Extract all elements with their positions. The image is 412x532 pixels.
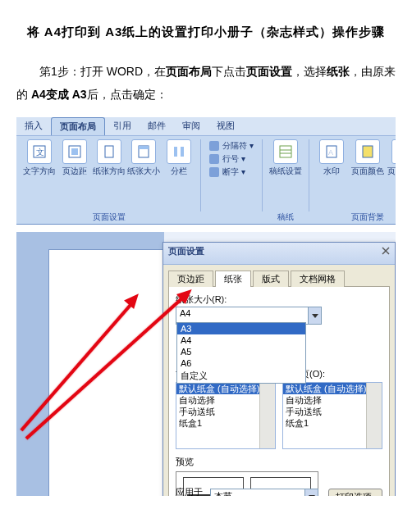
dialog-pane: 纸张大小(R): A4 A3 A4 A5 A6 自定义 首页(F): 默认纸盒 … bbox=[168, 287, 390, 496]
dialog-tab-layout[interactable]: 版式 bbox=[253, 271, 289, 287]
preview-label: 预览 bbox=[176, 456, 382, 468]
option-custom[interactable]: 自定义 bbox=[177, 369, 305, 383]
svg-rect-14 bbox=[363, 146, 373, 157]
option-a3[interactable]: A3 bbox=[177, 323, 305, 334]
group-note-label: 稿纸 bbox=[263, 211, 309, 223]
svg-rect-8 bbox=[181, 147, 184, 157]
option-a4[interactable]: A4 bbox=[177, 334, 305, 346]
paper-size-label: 纸张大小(R): bbox=[176, 293, 382, 306]
option-a6[interactable]: A6 bbox=[177, 357, 305, 369]
tab-review[interactable]: 审阅 bbox=[174, 117, 208, 135]
svg-text:A: A bbox=[328, 148, 333, 157]
svg-rect-9 bbox=[280, 146, 291, 157]
other-page-source-list[interactable]: 默认纸盒 (自动选择) 自动选择 手动送纸 纸盒1 bbox=[282, 382, 382, 449]
ribbon: 插入 页面布局 引用 邮件 审阅 视图 文文字方向 页边距 纸张方向 纸张大小 … bbox=[16, 117, 396, 225]
tab-view[interactable]: 视图 bbox=[208, 117, 243, 135]
doc-title: 将 A4打印到 A3纸上的设置打印小册子（杂志样式）操作步骤 bbox=[16, 25, 396, 40]
btn-paper-size[interactable]: 纸张大小 bbox=[127, 139, 160, 177]
group-page-setup-label: 页面设置 bbox=[18, 211, 200, 223]
document-canvas bbox=[16, 232, 164, 496]
ribbon-tabs: 插入 页面布局 引用 邮件 审阅 视图 bbox=[16, 117, 396, 136]
btn-line-numbers[interactable]: 行号 ▾ bbox=[206, 152, 257, 166]
paper-size-combo[interactable]: A4 A3 A4 A5 A6 自定义 bbox=[176, 307, 322, 325]
svg-rect-7 bbox=[174, 147, 177, 157]
scrollbar[interactable] bbox=[366, 383, 382, 448]
apply-to-label: 应用于(Y): bbox=[176, 486, 205, 496]
btn-watermark[interactable]: A水印 bbox=[314, 139, 349, 177]
option-a5[interactable]: A5 bbox=[177, 346, 305, 357]
btn-hyphenation[interactable]: 断字 ▾ bbox=[206, 166, 257, 179]
group-background-label: 页面背景 bbox=[309, 211, 396, 223]
svg-rect-4 bbox=[105, 146, 113, 157]
btn-page-color[interactable]: 页面颜色 bbox=[350, 139, 385, 177]
dialog-tab-margins[interactable]: 页边距 bbox=[168, 271, 213, 287]
btn-text-direction[interactable]: 文文字方向 bbox=[23, 139, 56, 177]
svg-text:文: 文 bbox=[36, 148, 44, 157]
dialog-tabs: 页边距 纸张 版式 文档网格 bbox=[168, 270, 390, 287]
scrollbar[interactable] bbox=[259, 383, 275, 448]
tab-mailings[interactable]: 邮件 bbox=[140, 117, 174, 135]
page-setup-dialog: 页面设置 页边距 纸张 版式 文档网格 纸张大小(R): A4 A3 A4 A5… bbox=[163, 242, 396, 496]
paper-size-dropdown: A3 A4 A5 A6 自定义 bbox=[176, 322, 306, 384]
btn-orientation[interactable]: 纸张方向 bbox=[93, 139, 126, 177]
screenshot: 插入 页面布局 引用 邮件 审阅 视图 文文字方向 页边距 纸张方向 纸张大小 … bbox=[16, 117, 396, 496]
btn-margins[interactable]: 页边距 bbox=[57, 139, 90, 177]
print-options-button[interactable]: 打印选项(T)... bbox=[328, 489, 382, 497]
btn-breaks[interactable]: 分隔符 ▾ bbox=[206, 139, 257, 152]
apply-to-combo[interactable]: 本节 bbox=[210, 489, 318, 497]
btn-note-paper[interactable]: 稿纸设置 bbox=[268, 139, 304, 177]
tab-references[interactable]: 引用 bbox=[105, 117, 140, 135]
dialog-tab-grid[interactable]: 文档网格 bbox=[291, 271, 345, 287]
chevron-down-icon[interactable] bbox=[304, 489, 318, 497]
btn-page-border[interactable]: 页面边框 bbox=[387, 139, 396, 177]
chevron-down-icon[interactable] bbox=[308, 307, 321, 324]
svg-rect-3 bbox=[71, 148, 78, 155]
dialog-titlebar: 页面设置 bbox=[163, 243, 395, 265]
btn-columns[interactable]: 分栏 bbox=[163, 139, 195, 177]
first-page-source-list[interactable]: 默认纸盒 (自动选择) 自动选择 手动送纸 纸盒1 bbox=[176, 382, 276, 449]
tab-insert[interactable]: 插入 bbox=[16, 117, 51, 135]
dialog-tab-paper[interactable]: 纸张 bbox=[215, 271, 251, 287]
close-icon[interactable] bbox=[380, 245, 391, 257]
svg-rect-6 bbox=[139, 146, 149, 149]
step-1: 第1步：打开 WORD，在页面布局下点击页面设置，选择纸张，由原来的 A4变成 … bbox=[16, 60, 396, 106]
tab-layout[interactable]: 页面布局 bbox=[51, 117, 105, 135]
